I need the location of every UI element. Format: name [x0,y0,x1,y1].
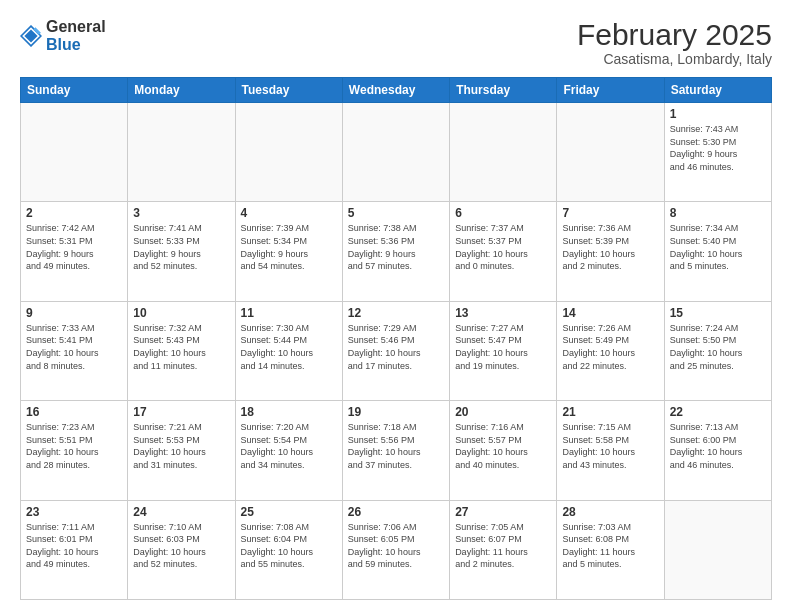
calendar-cell: 17Sunrise: 7:21 AM Sunset: 5:53 PM Dayli… [128,401,235,500]
logo: General Blue [20,18,106,54]
calendar-cell: 15Sunrise: 7:24 AM Sunset: 5:50 PM Dayli… [664,301,771,400]
day-number: 2 [26,206,122,220]
calendar-cell: 23Sunrise: 7:11 AM Sunset: 6:01 PM Dayli… [21,500,128,599]
calendar-week-4: 23Sunrise: 7:11 AM Sunset: 6:01 PM Dayli… [21,500,772,599]
location: Casatisma, Lombardy, Italy [577,51,772,67]
calendar-cell: 7Sunrise: 7:36 AM Sunset: 5:39 PM Daylig… [557,202,664,301]
calendar-cell: 6Sunrise: 7:37 AM Sunset: 5:37 PM Daylig… [450,202,557,301]
day-number: 5 [348,206,444,220]
col-thursday: Thursday [450,78,557,103]
calendar-cell: 13Sunrise: 7:27 AM Sunset: 5:47 PM Dayli… [450,301,557,400]
day-number: 3 [133,206,229,220]
day-number: 21 [562,405,658,419]
day-number: 14 [562,306,658,320]
day-info: Sunrise: 7:03 AM Sunset: 6:08 PM Dayligh… [562,521,658,571]
day-info: Sunrise: 7:38 AM Sunset: 5:36 PM Dayligh… [348,222,444,272]
day-info: Sunrise: 7:33 AM Sunset: 5:41 PM Dayligh… [26,322,122,372]
calendar-cell: 21Sunrise: 7:15 AM Sunset: 5:58 PM Dayli… [557,401,664,500]
calendar-cell [664,500,771,599]
calendar-week-2: 9Sunrise: 7:33 AM Sunset: 5:41 PM Daylig… [21,301,772,400]
calendar-cell: 25Sunrise: 7:08 AM Sunset: 6:04 PM Dayli… [235,500,342,599]
calendar-week-3: 16Sunrise: 7:23 AM Sunset: 5:51 PM Dayli… [21,401,772,500]
calendar-cell: 18Sunrise: 7:20 AM Sunset: 5:54 PM Dayli… [235,401,342,500]
day-info: Sunrise: 7:23 AM Sunset: 5:51 PM Dayligh… [26,421,122,471]
calendar-cell: 27Sunrise: 7:05 AM Sunset: 6:07 PM Dayli… [450,500,557,599]
day-number: 1 [670,107,766,121]
calendar-week-1: 2Sunrise: 7:42 AM Sunset: 5:31 PM Daylig… [21,202,772,301]
day-number: 8 [670,206,766,220]
calendar-cell: 11Sunrise: 7:30 AM Sunset: 5:44 PM Dayli… [235,301,342,400]
calendar-cell: 3Sunrise: 7:41 AM Sunset: 5:33 PM Daylig… [128,202,235,301]
calendar-cell [21,103,128,202]
day-info: Sunrise: 7:24 AM Sunset: 5:50 PM Dayligh… [670,322,766,372]
day-info: Sunrise: 7:42 AM Sunset: 5:31 PM Dayligh… [26,222,122,272]
logo-icon [20,25,42,47]
day-info: Sunrise: 7:10 AM Sunset: 6:03 PM Dayligh… [133,521,229,571]
col-wednesday: Wednesday [342,78,449,103]
calendar-cell [128,103,235,202]
day-info: Sunrise: 7:06 AM Sunset: 6:05 PM Dayligh… [348,521,444,571]
calendar-cell [235,103,342,202]
day-number: 6 [455,206,551,220]
page: General Blue February 2025 Casatisma, Lo… [0,0,792,612]
calendar-cell [342,103,449,202]
day-number: 27 [455,505,551,519]
header: General Blue February 2025 Casatisma, Lo… [20,18,772,67]
calendar-cell: 2Sunrise: 7:42 AM Sunset: 5:31 PM Daylig… [21,202,128,301]
day-info: Sunrise: 7:05 AM Sunset: 6:07 PM Dayligh… [455,521,551,571]
day-info: Sunrise: 7:18 AM Sunset: 5:56 PM Dayligh… [348,421,444,471]
day-info: Sunrise: 7:43 AM Sunset: 5:30 PM Dayligh… [670,123,766,173]
calendar-cell: 20Sunrise: 7:16 AM Sunset: 5:57 PM Dayli… [450,401,557,500]
day-number: 23 [26,505,122,519]
day-info: Sunrise: 7:41 AM Sunset: 5:33 PM Dayligh… [133,222,229,272]
logo-text: General Blue [46,18,106,54]
col-tuesday: Tuesday [235,78,342,103]
calendar-cell: 1Sunrise: 7:43 AM Sunset: 5:30 PM Daylig… [664,103,771,202]
day-number: 20 [455,405,551,419]
day-info: Sunrise: 7:27 AM Sunset: 5:47 PM Dayligh… [455,322,551,372]
logo-general: General [46,18,106,35]
col-saturday: Saturday [664,78,771,103]
day-info: Sunrise: 7:30 AM Sunset: 5:44 PM Dayligh… [241,322,337,372]
day-number: 24 [133,505,229,519]
calendar-cell: 28Sunrise: 7:03 AM Sunset: 6:08 PM Dayli… [557,500,664,599]
day-info: Sunrise: 7:39 AM Sunset: 5:34 PM Dayligh… [241,222,337,272]
day-number: 28 [562,505,658,519]
col-monday: Monday [128,78,235,103]
day-info: Sunrise: 7:34 AM Sunset: 5:40 PM Dayligh… [670,222,766,272]
day-info: Sunrise: 7:13 AM Sunset: 6:00 PM Dayligh… [670,421,766,471]
day-info: Sunrise: 7:29 AM Sunset: 5:46 PM Dayligh… [348,322,444,372]
calendar-cell: 22Sunrise: 7:13 AM Sunset: 6:00 PM Dayli… [664,401,771,500]
calendar-week-0: 1Sunrise: 7:43 AM Sunset: 5:30 PM Daylig… [21,103,772,202]
day-number: 26 [348,505,444,519]
calendar-cell: 24Sunrise: 7:10 AM Sunset: 6:03 PM Dayli… [128,500,235,599]
day-info: Sunrise: 7:36 AM Sunset: 5:39 PM Dayligh… [562,222,658,272]
col-friday: Friday [557,78,664,103]
day-info: Sunrise: 7:15 AM Sunset: 5:58 PM Dayligh… [562,421,658,471]
day-info: Sunrise: 7:32 AM Sunset: 5:43 PM Dayligh… [133,322,229,372]
day-number: 7 [562,206,658,220]
calendar-cell: 8Sunrise: 7:34 AM Sunset: 5:40 PM Daylig… [664,202,771,301]
day-number: 17 [133,405,229,419]
day-number: 12 [348,306,444,320]
calendar-cell: 19Sunrise: 7:18 AM Sunset: 5:56 PM Dayli… [342,401,449,500]
col-sunday: Sunday [21,78,128,103]
calendar-cell [557,103,664,202]
calendar-cell: 26Sunrise: 7:06 AM Sunset: 6:05 PM Dayli… [342,500,449,599]
day-info: Sunrise: 7:26 AM Sunset: 5:49 PM Dayligh… [562,322,658,372]
day-number: 13 [455,306,551,320]
day-info: Sunrise: 7:08 AM Sunset: 6:04 PM Dayligh… [241,521,337,571]
day-info: Sunrise: 7:21 AM Sunset: 5:53 PM Dayligh… [133,421,229,471]
day-info: Sunrise: 7:16 AM Sunset: 5:57 PM Dayligh… [455,421,551,471]
day-number: 22 [670,405,766,419]
calendar-cell: 10Sunrise: 7:32 AM Sunset: 5:43 PM Dayli… [128,301,235,400]
day-number: 25 [241,505,337,519]
day-info: Sunrise: 7:20 AM Sunset: 5:54 PM Dayligh… [241,421,337,471]
calendar-cell: 16Sunrise: 7:23 AM Sunset: 5:51 PM Dayli… [21,401,128,500]
day-info: Sunrise: 7:11 AM Sunset: 6:01 PM Dayligh… [26,521,122,571]
day-number: 19 [348,405,444,419]
title-block: February 2025 Casatisma, Lombardy, Italy [577,18,772,67]
day-number: 10 [133,306,229,320]
day-number: 4 [241,206,337,220]
calendar-table: Sunday Monday Tuesday Wednesday Thursday… [20,77,772,600]
